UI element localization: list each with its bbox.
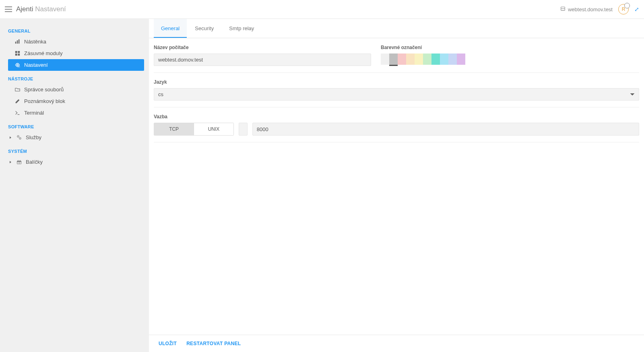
- fullscreen-toggle-icon[interactable]: ⤢: [634, 6, 639, 12]
- color-label: Barevné označení: [381, 45, 639, 50]
- app-title: Ajenti Nastavení: [16, 5, 66, 13]
- color-swatch[interactable]: [440, 54, 448, 65]
- svg-rect-5: [15, 54, 17, 56]
- sidebar-section-nástroje: NÁSTROJE: [0, 74, 149, 84]
- sidebar-item-terminál[interactable]: Terminál: [0, 107, 149, 119]
- color-swatch[interactable]: [415, 54, 423, 65]
- disk-icon: [560, 6, 566, 12]
- row-binding: Vazba TCPUNIX: [154, 107, 639, 142]
- user-initial: R: [622, 6, 625, 12]
- chart-bar-icon: [14, 39, 20, 44]
- tab-smtp-relay[interactable]: Smtp relay: [222, 19, 261, 38]
- user-avatar[interactable]: R: [618, 4, 629, 14]
- color-swatch[interactable]: [423, 54, 431, 65]
- hostname-group: Název počítače: [154, 45, 371, 66]
- sidebar-section-systém: SYSTÉM: [0, 146, 149, 156]
- content: Název počítače Barevné označení Jazyk cs…: [149, 38, 644, 335]
- menu-toggle-icon[interactable]: [5, 6, 12, 12]
- sidebar-item-label: Nastavení: [24, 62, 48, 68]
- sidebar-item-balíčky[interactable]: Balíčky: [0, 156, 149, 168]
- sidebar-item-label: Správce souborů: [24, 86, 64, 93]
- tab-general[interactable]: General: [154, 19, 187, 38]
- binding-label: Vazba: [154, 114, 639, 119]
- color-swatch[interactable]: [381, 54, 389, 65]
- binding-mode-group: TCPUNIX: [154, 123, 234, 136]
- sidebar-item-správce-souborů[interactable]: Správce souborů: [0, 84, 149, 95]
- sidebar-item-label: Nástěnka: [24, 39, 46, 45]
- color-swatch[interactable]: [389, 54, 398, 65]
- sidebar-item-label: Terminál: [24, 110, 44, 116]
- app-name: Ajenti: [16, 5, 33, 13]
- gift-icon: [16, 159, 22, 165]
- page-title: Nastavení: [35, 5, 66, 13]
- binding-mode-unix[interactable]: UNIX: [194, 123, 233, 135]
- terminal-icon: [14, 110, 20, 115]
- svg-rect-1: [17, 40, 17, 43]
- sidebar-section-software: SOFTWARE: [0, 122, 149, 132]
- restart-button[interactable]: RESTARTOVAT PANEL: [186, 341, 241, 346]
- tab-security[interactable]: Security: [188, 19, 221, 38]
- pencil-icon: [14, 99, 20, 104]
- main: GeneralSecuritySmtp relay Název počítače…: [149, 19, 644, 352]
- color-swatches: [381, 54, 639, 65]
- sidebar-item-zásuvné-moduly[interactable]: Zásuvné moduly: [0, 47, 149, 59]
- svg-rect-2: [18, 39, 19, 44]
- color-swatch[interactable]: [406, 54, 415, 65]
- topbar-left: Ajenti Nastavení: [5, 5, 66, 13]
- sidebar-item-label: Zásuvné moduly: [24, 50, 62, 56]
- tabs: GeneralSecuritySmtp relay: [149, 19, 644, 38]
- cogs-icon: [16, 135, 22, 140]
- caret-icon: [10, 161, 11, 163]
- binding-host-input[interactable]: [239, 123, 248, 136]
- language-select[interactable]: cs: [154, 88, 639, 101]
- sidebar-item-nástěnka[interactable]: Nástěnka: [0, 36, 149, 47]
- caret-icon: [10, 136, 11, 139]
- grid-icon: [14, 51, 20, 56]
- save-button[interactable]: ULOŽIT: [159, 341, 177, 346]
- binding-row: TCPUNIX: [154, 123, 639, 136]
- sidebar-item-label: Služby: [26, 134, 41, 140]
- hostname-input[interactable]: [154, 54, 371, 66]
- sidebar-item-služby[interactable]: Služby: [0, 132, 149, 143]
- topbar: Ajenti Nastavení webtest.domov.test R ⤢: [0, 0, 644, 19]
- hostname-text: webtest.domov.test: [568, 6, 613, 12]
- topbar-right: webtest.domov.test R ⤢: [560, 4, 639, 14]
- color-group: Barevné označení: [381, 45, 639, 66]
- svg-rect-4: [18, 51, 20, 53]
- sidebar-item-nastavení[interactable]: Nastavení: [8, 59, 144, 71]
- color-swatch[interactable]: [448, 54, 457, 65]
- color-swatch[interactable]: [431, 54, 440, 65]
- sidebar-section-general: GENERAL: [0, 26, 149, 36]
- binding-port-input[interactable]: [252, 123, 639, 136]
- sidebar: GENERALNástěnkaZásuvné modulyNastaveníNÁ…: [0, 19, 149, 352]
- color-swatch[interactable]: [457, 54, 465, 65]
- color-swatch[interactable]: [398, 54, 406, 65]
- svg-rect-0: [15, 42, 16, 44]
- sidebar-item-label: Balíčky: [26, 159, 43, 165]
- svg-point-8: [17, 64, 18, 66]
- row-language: Jazyk cs: [154, 73, 639, 107]
- hostname-label: Název počítače: [154, 45, 371, 50]
- svg-point-12: [20, 138, 21, 139]
- gear-icon: [14, 62, 20, 68]
- row-hostname-color: Název počítače Barevné označení: [154, 38, 639, 73]
- folder-icon: [14, 87, 20, 92]
- binding-mode-tcp[interactable]: TCP: [154, 123, 194, 135]
- hostname-indicator[interactable]: webtest.domov.test: [560, 6, 613, 12]
- svg-rect-6: [18, 54, 20, 56]
- svg-rect-3: [15, 51, 17, 53]
- language-label: Jazyk: [154, 79, 639, 85]
- sidebar-item-poznámkový-blok[interactable]: Poznámkový blok: [0, 95, 149, 107]
- footer: ULOŽIT RESTARTOVAT PANEL: [149, 335, 644, 352]
- svg-point-11: [18, 136, 19, 137]
- sidebar-item-label: Poznámkový blok: [24, 98, 65, 104]
